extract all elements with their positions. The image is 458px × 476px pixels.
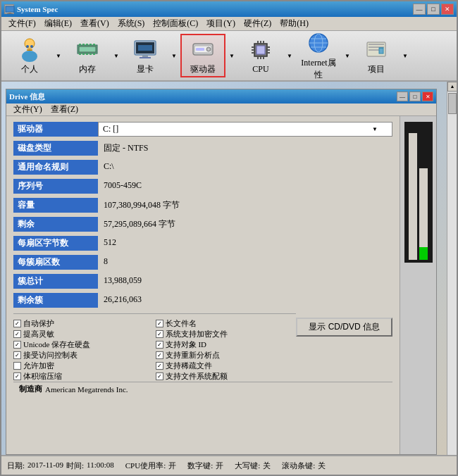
maximize-button[interactable]: □	[427, 4, 440, 15]
status-capslock-label: 大写键:	[235, 461, 260, 471]
checkbox-0[interactable]	[13, 320, 21, 327]
menu-edit[interactable]: 编辑(E)	[40, 16, 76, 31]
drive-select-box[interactable]: C: [] ▼	[98, 122, 392, 137]
status-capslock-value: 关	[263, 461, 271, 471]
toolbar-arrow-person[interactable]: ▼	[55, 34, 62, 77]
toolbar-label-cpu: CPU	[252, 64, 268, 75]
status-numlock-label: 数字键:	[187, 461, 213, 471]
toolbar-label-person: 个人	[21, 63, 38, 75]
menu-controlpanel[interactable]: 控制面板(C)	[149, 16, 202, 31]
svg-rect-24	[138, 45, 152, 51]
checkbox-label-r3: 支持重新分析点	[166, 350, 220, 361]
drive-field-label-5: 剩余	[13, 217, 98, 232]
bar-free-green	[419, 247, 428, 260]
svg-rect-36	[260, 56, 261, 59]
svg-rect-31	[256, 46, 265, 54]
toolbar-btn-display[interactable]: 显卡	[123, 34, 168, 77]
checkbox-5[interactable]	[13, 372, 21, 380]
toolbar-arrow-memory[interactable]: ▼	[113, 34, 120, 77]
scroll-thumb[interactable]	[448, 93, 457, 114]
checkbox-label-5: 体积缩压缩	[23, 371, 62, 382]
svg-rect-34	[263, 41, 264, 44]
toolbar-arrow-internet[interactable]: ▼	[344, 34, 351, 77]
drive-close-button[interactable]: ✕	[422, 92, 433, 101]
menu-view[interactable]: 查看(V)	[76, 16, 113, 31]
status-scrolllock-label: 滚动条键:	[282, 461, 315, 471]
drive-field-value-4: 107,380,994,048 字节	[98, 198, 392, 213]
checkbox-r1[interactable]	[156, 330, 163, 338]
title-bar-left: System Spec	[4, 4, 58, 14]
status-time-value: 11:00:08	[87, 461, 114, 471]
checkbox-r4[interactable]	[156, 362, 163, 370]
drive-field-label-2: 通用命名规则	[13, 160, 98, 175]
toolbar-arrow-drive[interactable]: ▼	[228, 34, 235, 77]
minimize-button[interactable]: —	[413, 4, 426, 15]
checkbox-label-r0: 长文件名	[166, 318, 197, 329]
dropdown-arrow-icon: ▼	[372, 126, 378, 132]
drive-field-label-3: 序列号	[13, 179, 98, 194]
toolbar-label-drive: 驱动器	[190, 63, 216, 75]
drive-field-value-3: 7005-459C	[98, 179, 392, 192]
svg-rect-41	[267, 46, 270, 48]
drive-field-value-7: 8	[98, 255, 392, 268]
svg-rect-2	[7, 13, 13, 14]
menu-file[interactable]: 文件(F)	[4, 16, 40, 31]
toolbar-arrow-display[interactable]: ▼	[171, 34, 178, 77]
checkbox-r3[interactable]	[156, 351, 163, 359]
drive-field-value-6: 512	[98, 236, 392, 249]
menu-hardware[interactable]: 硬件(Z)	[240, 16, 276, 31]
drive-field-row-6: 每扇区字节数 512	[13, 236, 392, 251]
close-button[interactable]: ✕	[441, 4, 454, 15]
svg-point-4	[22, 51, 37, 62]
svg-rect-29	[196, 48, 204, 51]
toolbar-btn-cpu[interactable]: CPU	[238, 34, 283, 77]
menu-help[interactable]: 帮助(H)	[276, 16, 313, 31]
menu-system[interactable]: 系统(S)	[113, 16, 149, 31]
toolbar: 个人 ▼ 内存	[1, 31, 457, 82]
checkbox-4[interactable]	[13, 362, 21, 370]
checkbox-label-3: 接受访问控制表	[23, 350, 78, 361]
drive-field-row-1: 磁盘类型 固定 - NTFS	[13, 141, 392, 156]
checkbox-item-r1: 系统支持加密文件	[156, 329, 297, 339]
menu-project[interactable]: 项目(Y)	[202, 16, 240, 31]
drive-selector[interactable]: C: [] ▼	[98, 122, 392, 137]
scroll-up-button[interactable]: ▲	[447, 82, 457, 92]
svg-rect-13	[93, 44, 95, 45]
checkbox-item-r2: 支持对象 ID	[156, 339, 297, 350]
drive-maximize-button[interactable]: □	[409, 92, 421, 101]
toolbar-btn-person[interactable]: 个人	[7, 34, 52, 77]
checkbox-label-1: 提高灵敏	[23, 329, 54, 339]
person-icon	[17, 37, 42, 62]
drive-field-row-7: 每簇扇区数 8	[13, 255, 392, 270]
drive-minimize-button[interactable]: —	[397, 92, 408, 101]
drive-field-value-2: C:\	[98, 160, 392, 173]
main-background: WWW.3322.CC WWW.3322.CC WWW.3322.CC WWW.…	[1, 82, 447, 475]
svg-rect-40	[252, 52, 254, 54]
toolbar-btn-drive[interactable]: 驱动器	[180, 34, 225, 77]
drive-field-label-7: 每簇扇区数	[13, 255, 98, 270]
checkbox-3[interactable]	[13, 351, 21, 359]
toolbar-btn-internet[interactable]: Internet属性	[296, 34, 341, 77]
drive-menu-view[interactable]: 查看(Z)	[47, 103, 82, 116]
svg-rect-7	[27, 49, 32, 51]
svg-rect-38	[252, 46, 254, 48]
internet-icon	[306, 30, 331, 56]
toolbar-label-internet: Internet属性	[300, 57, 337, 81]
bar-used	[409, 133, 417, 260]
checkbox-item-r0: 长文件名	[156, 318, 297, 329]
checkbox-r2[interactable]	[156, 341, 163, 349]
checkbox-1[interactable]	[13, 330, 21, 338]
checkbox-r0[interactable]	[156, 320, 163, 327]
checkbox-2[interactable]	[13, 341, 21, 349]
drive-field-row-2: 通用命名规则 C:\	[13, 160, 392, 175]
toolbar-arrow-cpu[interactable]: ▼	[286, 34, 293, 77]
manufacturer-bar: 制造商 American Megatrends Inc.	[13, 382, 392, 396]
toolbar-arrow-project[interactable]: ▼	[402, 34, 409, 77]
svg-rect-52	[369, 49, 380, 51]
toolbar-btn-project[interactable]: 项目	[354, 34, 399, 77]
checkbox-r5[interactable]	[156, 372, 163, 380]
drive-menu-file[interactable]: 文件(Y)	[9, 103, 47, 116]
svg-rect-16	[86, 54, 88, 55]
toolbar-btn-memory[interactable]: 内存	[65, 34, 110, 77]
cdvd-button[interactable]: 显示 CD/DVD 信息	[296, 318, 392, 337]
